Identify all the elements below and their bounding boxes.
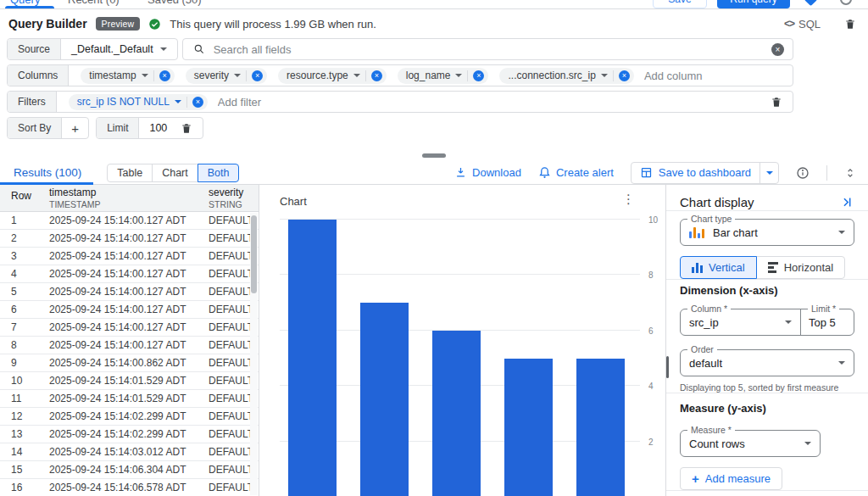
horizontal-bars-icon [768,262,778,273]
columns-chip-list: timestamp×severity×resource.type×log_nam… [69,65,634,86]
table-row[interactable]: 52025-09-24 15:14:00.127 ADTDEFAULT [0,283,259,301]
save-to-dashboard-menu-button[interactable] [760,163,778,183]
chart-bar[interactable] [288,220,337,496]
chart-bar[interactable] [432,331,481,496]
orientation-horizontal-button[interactable]: Horizontal [756,256,846,279]
pane-resize-handle[interactable] [422,153,446,158]
collapse-panel-button[interactable] [840,195,854,209]
row-number-cell: 5 [0,286,39,298]
dimension-limit-input[interactable]: Limit * Top 5 [801,309,854,335]
row-number-cell: 2 [0,232,39,244]
download-button[interactable]: Download [454,166,521,179]
source-box: Source _Default._Default [7,38,178,60]
add-filter-input[interactable] [218,92,760,112]
table-row[interactable]: 152025-09-24 15:14:06.304 ADTDEFAULT [0,461,259,479]
timestamp-cell: 2025-09-24 15:14:02.299 ADT [39,410,198,422]
table-row[interactable]: 92025-09-24 15:14:00.862 ADTDEFAULT [0,354,259,372]
table-row[interactable]: 102025-09-24 15:14:01.529 ADTDEFAULT [0,372,259,390]
table-row[interactable]: 132025-09-24 15:14:02.299 ADTDEFAULT [0,426,259,443]
clear-search-icon[interactable]: × [771,43,784,56]
table-row[interactable]: 142025-09-24 15:14:03.012 ADTDEFAULT [0,443,259,461]
table-row[interactable]: 112025-09-24 15:14:01.529 ADTDEFAULT [0,390,259,408]
column-chip[interactable]: resource.type× [278,68,387,84]
info-icon[interactable] [796,166,810,180]
table-row[interactable]: 82025-09-24 15:14:00.127 ADTDEFAULT [0,337,259,354]
add-sort-button[interactable]: + [62,118,88,138]
delete-query-button[interactable] [844,18,856,31]
remove-column-icon[interactable]: × [619,70,630,81]
remove-column-icon[interactable]: × [371,70,382,81]
column-header-row[interactable]: Row [0,187,39,211]
limit-value[interactable]: 100 [139,118,170,138]
run-query-button[interactable]: Run query [717,0,790,8]
panel-scrollbar-thumb[interactable] [666,356,669,378]
column-header-severity[interactable]: severity STRING [198,187,259,211]
table-row[interactable]: 42025-09-24 15:14:00.127 ADTDEFAULT [0,265,259,283]
view-chart-button[interactable]: Chart [152,164,198,182]
search-input[interactable] [214,43,763,56]
create-alert-button[interactable]: Create alert [538,166,614,179]
view-both-button[interactable]: Both [198,164,240,182]
view-table-button[interactable]: Table [107,164,153,182]
table-row[interactable]: 122025-09-24 15:14:02.299 ADTDEFAULT [0,408,259,426]
save-to-dashboard-button[interactable]: Save to dashboard [632,163,760,183]
table-row[interactable]: 62025-09-24 15:14:00.127 ADTDEFAULT [0,301,259,319]
chevron-down-icon [234,74,241,77]
column-label: Column * [687,304,731,314]
column-chip[interactable]: timestamp× [81,68,174,84]
columns-row: Columns timestamp×severity×resource.type… [7,64,793,86]
delete-filters-button[interactable] [760,92,793,112]
table-row[interactable]: 12025-09-24 15:14:00.127 ADTDEFAULT [0,212,259,230]
tab-recent[interactable]: Recent (0) [68,0,120,6]
table-row[interactable]: 22025-09-24 15:14:00.127 ADTDEFAULT [0,230,259,248]
remove-column-icon[interactable]: × [473,70,484,81]
expand-collapse-icon[interactable] [844,166,856,180]
sql-toggle-link[interactable]: <> SQL [784,18,821,31]
chart-bar[interactable] [576,359,625,496]
chevron-down-icon [785,320,792,324]
limit-box: Limit 100 [96,117,203,139]
chart-bar[interactable] [504,359,553,496]
table-row[interactable]: 32025-09-24 15:14:00.127 ADTDEFAULT [0,248,259,265]
table-row[interactable]: 72025-09-24 15:14:00.127 ADTDEFAULT [0,319,259,337]
source-select[interactable]: _Default._Default [61,39,177,59]
remove-column-icon[interactable]: × [252,70,263,81]
tab-query[interactable]: Query [10,0,40,6]
order-value: default [689,357,838,370]
add-measure-button[interactable]: + Add measure [680,467,782,490]
dimension-column-select[interactable]: Column * src_ip [681,309,801,335]
divider [153,70,154,81]
view-switcher: Table Chart Both [107,164,239,182]
row-number-cell: 12 [0,410,39,422]
chart-options-menu-icon[interactable]: ⋮ [622,192,635,205]
save-button[interactable]: Save [653,0,707,8]
orientation-vertical-button[interactable]: Vertical [680,256,757,279]
table-scrollbar-thumb[interactable] [251,215,257,293]
timestamp-cell: 2025-09-24 15:14:00.127 ADT [39,304,198,315]
chart-bar[interactable] [360,303,409,496]
remove-column-icon[interactable]: × [159,70,170,81]
assistant-icon[interactable] [804,0,818,6]
filter-chip[interactable]: src_ip IS NOT NULL × [69,94,208,110]
column-header-timestamp[interactable]: timestamp TIMESTAMP [39,187,198,211]
column-chip[interactable]: ...connection.src_ip× [499,68,633,84]
dimension-fields: Column * src_ip Limit * Top 5 [680,309,854,336]
help-icon[interactable] [840,0,852,5]
chart-display-panel: Chart display Chart type Bar chart Verti… [665,185,868,496]
search-icon [193,43,205,55]
results-tab[interactable]: Results (100) [14,166,81,179]
timestamp-cell: 2025-09-24 15:14:01.529 ADT [39,375,198,387]
table-row[interactable]: 162025-09-24 15:14:06.578 ADTDEFAULT [0,479,259,496]
results-panes: Row timestamp TIMESTAMP severity STRING … [0,185,868,496]
tab-saved[interactable]: Saved (50) [147,0,202,6]
column-chip[interactable]: log_name× [398,68,489,84]
add-column-input[interactable] [644,65,793,86]
order-select[interactable]: Order default [680,349,854,376]
row-number-cell: 9 [0,357,39,369]
measure-select[interactable]: Measure * Count rows [680,430,821,457]
chart-type-select[interactable]: Chart type Bar chart [680,219,854,246]
delete-limit-button[interactable] [170,118,203,138]
remove-filter-icon[interactable]: × [192,97,203,108]
results-toolbar: Results (100) Table Chart Both Download … [0,161,868,185]
column-chip[interactable]: severity× [186,68,267,84]
